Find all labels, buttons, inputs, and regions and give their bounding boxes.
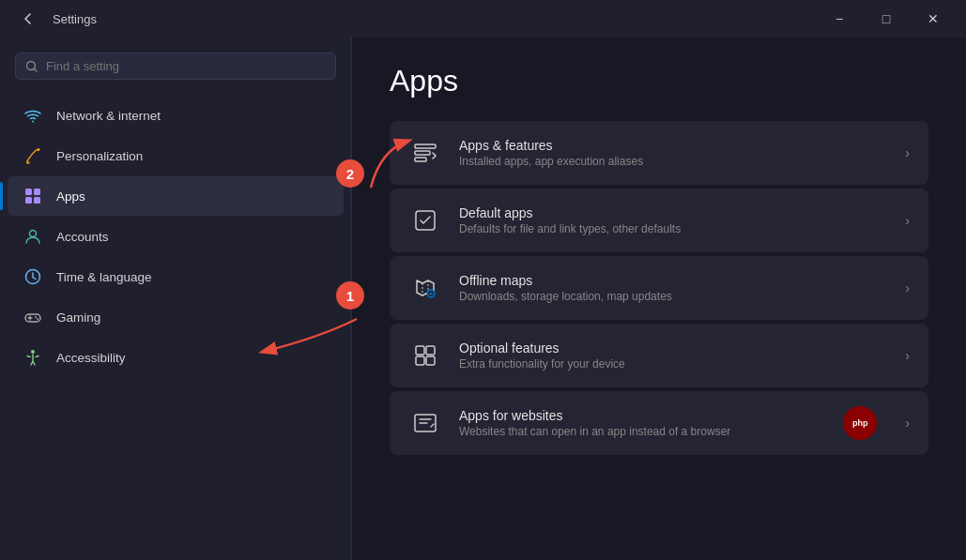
titlebar: Settings − □ ✕ [0, 0, 966, 38]
svg-point-12 [31, 350, 35, 354]
sidebar-item-time-label: Time & language [56, 270, 152, 284]
apps-features-card[interactable]: Apps & features Installed apps, app exec… [390, 121, 928, 185]
default-apps-text: Default apps Defaults for file and link … [459, 205, 888, 235]
svg-rect-14 [415, 151, 430, 155]
offline-maps-title: Offline maps [459, 273, 888, 288]
brush-icon [23, 145, 43, 166]
controller-icon [23, 307, 43, 327]
apps-features-chevron: › [905, 145, 910, 160]
search-box[interactable] [15, 53, 336, 80]
apps-icon [23, 186, 43, 206]
svg-point-10 [35, 316, 37, 318]
offline-maps-desc: Downloads, storage location, map updates [459, 290, 888, 303]
sidebar-item-apps-label: Apps [56, 189, 85, 204]
sidebar-item-accessibility[interactable]: Accessibility [8, 338, 344, 377]
svg-point-2 [38, 148, 40, 151]
svg-rect-15 [415, 158, 426, 161]
svg-point-7 [30, 231, 37, 237]
default-apps-chevron: › [905, 213, 910, 228]
main-layout: Network & internet Personalization [0, 38, 966, 560]
sidebar-item-accessibility-label: Accessibility [56, 351, 126, 365]
apps-websites-text: Apps for websites Websites that can open… [459, 408, 826, 438]
optional-features-text: Optional features Extra functionality fo… [459, 341, 888, 371]
sidebar-item-gaming[interactable]: Gaming [8, 297, 344, 337]
apps-features-desc: Installed apps, app execution aliases [459, 155, 888, 168]
sidebar-item-gaming-label: Gaming [56, 310, 100, 325]
offline-maps-icon [408, 271, 442, 305]
apps-features-title: Apps & features [459, 138, 888, 153]
svg-rect-19 [426, 346, 435, 355]
optional-features-icon [408, 339, 442, 372]
svg-rect-13 [415, 144, 436, 148]
sidebar-item-time[interactable]: Time & language [8, 257, 344, 296]
page-title: Apps [390, 64, 928, 98]
clock-icon [23, 266, 43, 287]
apps-websites-title: Apps for websites [459, 408, 826, 423]
sidebar-divider [350, 38, 351, 560]
content-area: Apps Apps & features Installed apps, app… [352, 38, 966, 560]
svg-point-11 [37, 318, 38, 320]
wifi-icon [23, 105, 43, 126]
sidebar-item-accounts[interactable]: Accounts [8, 217, 344, 256]
apps-features-text: Apps & features Installed apps, app exec… [459, 138, 888, 168]
offline-maps-text: Offline maps Downloads, storage location… [459, 273, 888, 303]
titlebar-left: Settings [15, 6, 97, 32]
close-button[interactable]: ✕ [912, 4, 955, 34]
sidebar-item-personalization[interactable]: Personalization [8, 136, 344, 175]
window-controls: − □ ✕ [818, 4, 955, 34]
accessibility-icon [23, 347, 43, 368]
default-apps-title: Default apps [459, 205, 888, 220]
php-badge: php [843, 406, 877, 440]
svg-rect-20 [416, 356, 424, 365]
offline-maps-chevron: › [905, 280, 910, 295]
search-input[interactable] [46, 59, 326, 73]
sidebar-item-accounts-label: Accounts [56, 230, 109, 244]
svg-rect-18 [416, 346, 424, 355]
apps-websites-card[interactable]: Apps for websites Websites that can open… [390, 391, 928, 455]
optional-features-desc: Extra functionality for your device [459, 357, 888, 371]
apps-websites-desc: Websites that can open in an app instead… [459, 425, 826, 438]
nav-list: Network & internet Personalization [0, 95, 351, 560]
back-button[interactable] [15, 6, 41, 32]
default-apps-icon [408, 204, 442, 237]
person-icon [23, 226, 43, 247]
optional-features-title: Optional features [459, 341, 888, 356]
svg-rect-3 [25, 189, 32, 195]
sidebar-item-network-label: Network & internet [56, 109, 161, 123]
maximize-button[interactable]: □ [865, 4, 908, 34]
svg-rect-21 [426, 356, 435, 365]
svg-point-1 [32, 121, 34, 123]
minimize-button[interactable]: − [818, 4, 861, 34]
sidebar-item-personalization-label: Personalization [56, 149, 143, 163]
sidebar-item-network[interactable]: Network & internet [8, 96, 344, 135]
app-title: Settings [53, 12, 97, 26]
search-icon [25, 60, 38, 73]
svg-rect-4 [34, 189, 40, 195]
sidebar-item-apps[interactable]: Apps [8, 176, 344, 216]
apps-features-icon [408, 136, 442, 170]
offline-maps-card[interactable]: Offline maps Downloads, storage location… [390, 256, 928, 320]
default-apps-desc: Defaults for file and link types, other … [459, 222, 888, 235]
svg-rect-6 [34, 197, 40, 204]
apps-websites-icon [408, 406, 442, 440]
apps-websites-chevron: › [905, 416, 910, 431]
sidebar: Network & internet Personalization [0, 38, 352, 560]
optional-features-chevron: › [905, 348, 910, 363]
optional-features-card[interactable]: Optional features Extra functionality fo… [390, 324, 928, 387]
default-apps-card[interactable]: Default apps Defaults for file and link … [390, 189, 928, 252]
svg-rect-5 [25, 197, 32, 204]
